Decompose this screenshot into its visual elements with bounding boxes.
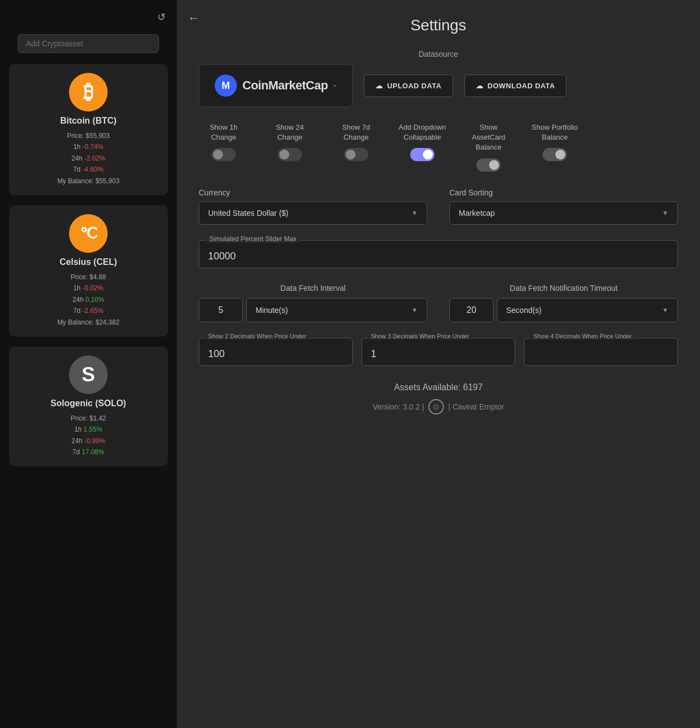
upload-data-button[interactable]: ☁ UPLOAD DATA: [364, 75, 453, 97]
btc-price: Price: $55,903: [57, 130, 120, 141]
decimals-2-label: Show 2 Decimals When Price Under: [205, 333, 310, 339]
fetch-timeout-unit-select[interactable]: Second(s) ▼: [497, 298, 678, 322]
btc-7d: 7d -4.60%: [57, 164, 120, 175]
toggle-show24h-thumb: [279, 150, 289, 160]
decimals-3-label: Show 3 Decimals When Price Under: [368, 333, 473, 339]
fetch-row: Data Fetch Interval Minute(s) ▼ Data Fet…: [199, 284, 678, 322]
fetch-timeout-label: Data Fetch Notification Timeout: [449, 284, 678, 293]
download-label: DOWNLOAD DATA: [487, 82, 555, 90]
fetch-interval-number[interactable]: [199, 298, 243, 322]
footer-info: Assets Available: 6197 Version: 3.0.2 | …: [199, 382, 678, 415]
solo-icon: S: [69, 355, 108, 394]
cmc-logo-circle: M: [215, 75, 237, 97]
toggle-portfolio-label: Show PortfolioBalance: [532, 123, 578, 142]
currency-value: United States Dollar ($): [208, 209, 289, 217]
toggle-dropdown-switch[interactable]: [410, 148, 434, 161]
fetch-interval-unit-value: Minute(s): [256, 306, 288, 315]
search-input[interactable]: [18, 34, 159, 53]
btc-24h: 24h -2.02%: [57, 153, 120, 164]
btc-details: Price: $55,903 1h -0.74% 24h -2.02% 7d -…: [57, 130, 120, 187]
decimals-4-label: Show 4 Decimals When Price Under: [530, 333, 635, 339]
card-sorting-arrow-icon: ▼: [662, 209, 669, 217]
btc-1h: 1h -0.74%: [57, 141, 120, 152]
toggle-assetcard-label: ShowAssetCardBalance: [472, 123, 506, 153]
fetch-interval-group: Data Fetch Interval Minute(s) ▼: [199, 284, 427, 322]
crypto-card-solo[interactable]: S Sologenic (SOLO) Price: $1.42 1h 1.55%…: [9, 347, 168, 467]
toggle-show7d-track: [344, 148, 368, 161]
cel-7d: 7d -2.65%: [57, 305, 120, 316]
toggle-show1h-switch[interactable]: [211, 148, 236, 161]
footer-version: Version: 3.0.2 | ⊙ | Caveat Emptor: [199, 399, 678, 415]
cmc-logo-text: CoinMarketCap: [242, 78, 328, 93]
toggle-portfolio-switch[interactable]: [543, 148, 567, 161]
toggle-show24h: Show 24Change: [265, 123, 315, 172]
toggle-portfolio: Show PortfolioBalance: [530, 123, 580, 172]
datasource-label: Datasource: [199, 50, 678, 59]
refresh-icon[interactable]: ↺: [157, 11, 166, 23]
solo-price: Price: $1.42: [71, 413, 106, 424]
decimals-4-input[interactable]: [533, 348, 669, 360]
toggle-show24h-switch[interactable]: [278, 148, 302, 161]
toggle-portfolio-track: [543, 148, 567, 161]
slider-input[interactable]: [208, 251, 669, 262]
decimals-4-field: Show 4 Decimals When Price Under: [524, 338, 678, 366]
card-sorting-group: Card Sorting Marketcap ▼: [449, 188, 678, 225]
cel-details: Price: $4.88 1h -0.02% 24h 0.10% 7d -2.6…: [57, 272, 120, 328]
slider-field: Simulated Percent Slider Max: [199, 240, 678, 268]
currency-arrow-icon: ▼: [411, 209, 418, 217]
solo-details: Price: $1.42 1h 1.55% 24h -0.99% 7d 17.0…: [71, 413, 106, 458]
crypto-card-btc[interactable]: ₿ Bitcoin (BTC) Price: $55,903 1h -0.74%…: [9, 64, 168, 195]
decimals-2-input[interactable]: [208, 348, 343, 360]
toggle-show7d: Show 7dChange: [331, 123, 381, 172]
fetch-timeout-inputs: Second(s) ▼: [449, 298, 678, 322]
download-icon: ☁: [476, 82, 484, 90]
download-data-button[interactable]: ☁ DOWNLOAD DATA: [464, 75, 567, 97]
fetch-interval-arrow-icon: ▼: [411, 306, 418, 314]
toggle-assetcard-thumb: [489, 160, 499, 170]
toggle-dropdown-track: [410, 148, 434, 161]
fetch-interval-unit-select[interactable]: Minute(s) ▼: [246, 298, 427, 322]
cel-1h: 1h -0.02%: [57, 283, 120, 294]
fetch-interval-label: Data Fetch Interval: [199, 284, 427, 293]
toggle-assetcard-switch[interactable]: [476, 158, 501, 172]
toggle-dropdown-thumb: [423, 150, 433, 160]
cel-icon: ℃: [69, 214, 108, 253]
github-icon[interactable]: ⊙: [428, 399, 444, 415]
upload-icon: ☁: [375, 82, 383, 90]
btc-icon: ₿: [69, 73, 108, 111]
assets-available: Assets Available: 6197: [199, 382, 678, 392]
datasource-area: M CoinMarketCap - ☁ UPLOAD DATA ☁ DOWNLO…: [199, 64, 678, 107]
sidebar: ↺ ₿ Bitcoin (BTC) Price: $55,903 1h -0.7…: [0, 0, 177, 728]
cel-balance: My Balance: $24,382: [57, 317, 120, 328]
solo-name: Sologenic (SOLO): [51, 398, 126, 408]
fetch-timeout-number[interactable]: [449, 298, 494, 322]
upload-label: UPLOAD DATA: [387, 82, 441, 90]
card-sorting-select[interactable]: Marketcap ▼: [449, 201, 678, 225]
card-sorting-label: Card Sorting: [449, 188, 678, 197]
decimals-3-input[interactable]: [371, 348, 506, 360]
toggle-show7d-switch[interactable]: [344, 148, 368, 161]
back-button[interactable]: ←: [188, 11, 200, 25]
currency-group: Currency United States Dollar ($) ▼: [199, 188, 427, 225]
btc-name: Bitcoin (BTC): [60, 116, 116, 126]
toggle-show1h: Show 1hChange: [199, 123, 248, 172]
fetch-timeout-group: Data Fetch Notification Timeout Second(s…: [449, 284, 678, 322]
solo-7d: 7d 17.08%: [71, 447, 106, 458]
toggle-show1h-track: [211, 148, 236, 161]
toggle-show24h-label: Show 24Change: [276, 123, 304, 142]
toggle-dropdown-label: Add DropdownCollapsable: [399, 123, 446, 142]
decimals-3-field: Show 3 Decimals When Price Under: [362, 338, 516, 366]
card-sorting-value: Marketcap: [459, 209, 495, 217]
settings-panel: ← Settings Datasource M CoinMarketCap - …: [177, 0, 700, 728]
currency-label: Currency: [199, 188, 427, 197]
toggle-show24h-track: [278, 148, 302, 161]
crypto-card-cel[interactable]: ℃ Celsius (CEL) Price: $4.88 1h -0.02% 2…: [9, 205, 168, 337]
decimals-row: Show 2 Decimals When Price Under Show 3 …: [199, 338, 678, 366]
cmc-logo-box: M CoinMarketCap -: [199, 64, 353, 107]
currency-select[interactable]: United States Dollar ($) ▼: [199, 201, 427, 225]
toggle-show7d-thumb: [346, 150, 356, 160]
fetch-timeout-unit-value: Second(s): [506, 306, 542, 315]
fetch-interval-inputs: Minute(s) ▼: [199, 298, 427, 322]
solo-1h: 1h 1.55%: [71, 424, 106, 435]
toggle-dropdown: Add DropdownCollapsable: [397, 123, 447, 172]
